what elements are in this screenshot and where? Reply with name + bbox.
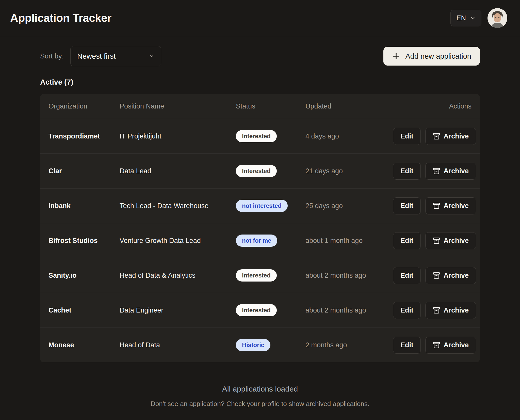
position-cell: Tech Lead - Data Warehouse [120, 202, 236, 210]
table-row: Bifrost Studios Venture Growth Data Lead… [40, 223, 480, 258]
actions-cell: Edit Archive [393, 267, 476, 284]
actions-cell: Edit Archive [393, 128, 476, 145]
edit-button[interactable]: Edit [393, 302, 421, 319]
column-header-actions: Actions [393, 102, 472, 110]
edit-button[interactable]: Edit [393, 267, 421, 284]
table-row: Inbank Tech Lead - Data Warehouse not in… [40, 188, 480, 223]
actions-cell: Edit Archive [393, 232, 476, 249]
language-selector[interactable]: EN [450, 10, 481, 26]
updated-cell: 21 days ago [305, 167, 393, 175]
updated-cell: 4 days ago [305, 132, 393, 140]
column-header-status: Status [236, 102, 305, 110]
archived-hint-message: Don't see an application? Check your pro… [40, 400, 480, 408]
edit-button[interactable]: Edit [393, 163, 421, 180]
actions-cell: Edit Archive [393, 163, 476, 180]
add-button-label: Add new application [405, 52, 471, 60]
add-new-application-button[interactable]: Add new application [383, 47, 480, 66]
main-content: Sort by: Newest first Add new applicatio… [0, 46, 520, 408]
app-header: Application Tracker EN [0, 0, 520, 36]
column-header-updated: Updated [305, 102, 393, 110]
organization-cell: Sanity.io [48, 272, 120, 279]
language-label: EN [456, 14, 466, 22]
avatar-image [488, 8, 507, 28]
position-cell: Data Lead [120, 167, 236, 175]
chevron-down-icon [149, 53, 154, 59]
position-cell: IT Projektijuht [120, 132, 236, 140]
sort-select[interactable]: Newest first [70, 46, 161, 66]
user-avatar[interactable] [488, 8, 507, 28]
position-cell: Venture Growth Data Lead [120, 237, 236, 245]
table-header-row: Organization Position Name Status Update… [40, 94, 480, 119]
status-badge: not interested [236, 200, 288, 212]
archive-icon [433, 306, 440, 314]
column-header-organization: Organization [48, 102, 120, 110]
position-cell: Head of Data [120, 341, 236, 349]
plus-icon [392, 52, 400, 60]
page-title: Application Tracker [10, 12, 111, 24]
organization-cell: Cachet [48, 306, 120, 314]
archive-button[interactable]: Archive [425, 302, 476, 319]
archive-icon [433, 341, 440, 349]
column-header-position: Position Name [120, 102, 236, 110]
archive-button[interactable]: Archive [425, 128, 476, 145]
edit-button[interactable]: Edit [393, 337, 421, 354]
updated-cell: about 1 month ago [305, 237, 393, 245]
sort-group: Sort by: Newest first [40, 46, 161, 66]
position-cell: Head of Data & Analytics [120, 272, 236, 279]
chevron-down-icon [470, 15, 476, 21]
archive-button[interactable]: Archive [425, 267, 476, 284]
organization-cell: Monese [48, 341, 120, 349]
table-row: Monese Head of Data Historic 2 months ag… [40, 328, 480, 362]
status-badge: Historic [236, 339, 270, 351]
applications-table: Organization Position Name Status Update… [40, 94, 480, 362]
actions-cell: Edit Archive [393, 197, 476, 214]
table-row: Cachet Data Engineer Interested about 2 … [40, 293, 480, 328]
position-cell: Data Engineer [120, 306, 236, 314]
active-section-title: Active (7) [40, 78, 480, 86]
organization-cell: Bifrost Studios [48, 237, 120, 245]
archive-button[interactable]: Archive [425, 163, 476, 180]
table-row: Sanity.io Head of Data & Analytics Inter… [40, 258, 480, 293]
updated-cell: about 2 months ago [305, 272, 393, 279]
updated-cell: 2 months ago [305, 341, 393, 349]
updated-cell: about 2 months ago [305, 306, 393, 314]
status-badge: Interested [236, 130, 277, 142]
sort-label: Sort by: [40, 52, 64, 60]
archive-button[interactable]: Archive [425, 337, 476, 354]
edit-button[interactable]: Edit [393, 197, 421, 214]
actions-cell: Edit Archive [393, 337, 476, 354]
archive-icon [433, 202, 440, 210]
all-loaded-message: All applications loaded [40, 385, 480, 393]
archive-icon [433, 237, 440, 244]
archive-icon [433, 132, 440, 140]
table-body: Transpordiamet IT Projektijuht Intereste… [40, 119, 480, 362]
organization-cell: Transpordiamet [48, 132, 120, 140]
edit-button[interactable]: Edit [393, 128, 421, 145]
archive-icon [433, 167, 440, 175]
archive-icon [433, 272, 440, 279]
organization-cell: Inbank [48, 202, 120, 210]
sort-select-value: Newest first [77, 52, 116, 60]
toolbar: Sort by: Newest first Add new applicatio… [40, 46, 480, 66]
archive-button[interactable]: Archive [425, 197, 476, 214]
updated-cell: 25 days ago [305, 202, 393, 210]
table-row: Transpordiamet IT Projektijuht Intereste… [40, 119, 480, 153]
status-badge: Interested [236, 304, 277, 316]
list-footer: All applications loaded Don't see an app… [40, 385, 480, 408]
status-badge: Interested [236, 165, 277, 177]
table-row: Clar Data Lead Interested 21 days ago Ed… [40, 153, 480, 188]
status-badge: Interested [236, 269, 277, 282]
edit-button[interactable]: Edit [393, 232, 421, 249]
archive-button[interactable]: Archive [425, 232, 476, 249]
status-badge: not for me [236, 235, 277, 247]
organization-cell: Clar [48, 167, 120, 175]
actions-cell: Edit Archive [393, 302, 476, 319]
